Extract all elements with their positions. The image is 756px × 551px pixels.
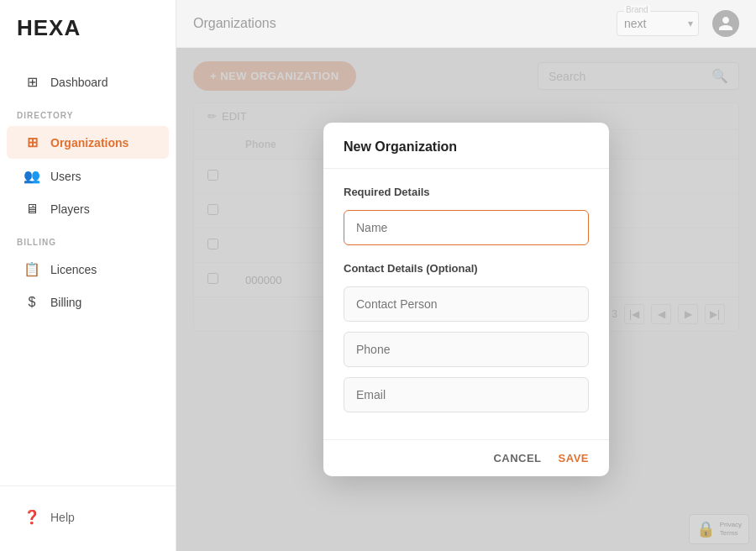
users-icon: 👥 (24, 168, 40, 184)
help-label: Help (50, 511, 75, 524)
sidebar-item-licences[interactable]: 📋 Licences (7, 253, 169, 286)
sidebar-bottom: ❓ Help (0, 485, 176, 551)
logo-area: HEXA (0, 0, 176, 56)
save-button[interactable]: SAVE (559, 452, 589, 464)
main-area: Organizations Brand next ▾ + NEW ORGANIZ… (176, 0, 756, 551)
modal-title: New Organization (344, 139, 457, 154)
sidebar-nav: ⊞ Dashboard DIRECTORY ⊞ Organizations 👥 … (0, 56, 176, 485)
content-area: + NEW ORGANIZATION 🔍 ✏ EDIT Phone Em (176, 48, 756, 551)
licences-icon: 📋 (24, 261, 40, 277)
name-input[interactable] (344, 210, 589, 245)
contact-section: Contact Details (Optional) (344, 262, 589, 422)
contact-person-input[interactable] (344, 286, 589, 322)
section-label-directory: DIRECTORY (0, 99, 176, 125)
phone-input[interactable] (344, 332, 589, 367)
sidebar-item-label: Users (50, 170, 81, 183)
sidebar-item-label: Licences (50, 263, 97, 276)
sidebar-item-dashboard[interactable]: ⊞ Dashboard (7, 66, 169, 98)
email-input[interactable] (344, 377, 589, 412)
sidebar-item-players[interactable]: 🖥 Players (7, 193, 169, 225)
avatar[interactable] (712, 10, 739, 37)
sidebar: HEXA ⊞ Dashboard DIRECTORY ⊞ Organizatio… (0, 0, 176, 551)
chevron-down-icon: ▾ (688, 18, 693, 29)
topbar-right: Brand next ▾ (617, 10, 739, 37)
cancel-button[interactable]: CANCEL (493, 452, 541, 464)
topbar: Organizations Brand next ▾ (176, 0, 756, 48)
billing-icon: $ (24, 295, 40, 310)
required-section-label: Required Details (344, 186, 589, 198)
sidebar-item-users[interactable]: 👥 Users (7, 160, 169, 192)
sidebar-item-label: Dashboard (50, 76, 108, 89)
sidebar-item-billing[interactable]: $ Billing (7, 286, 169, 318)
page-title: Organizations (193, 16, 276, 31)
brand-select-wrapper: Brand next ▾ (617, 11, 699, 36)
sidebar-item-label: Organizations (50, 136, 129, 150)
organizations-icon: ⊞ (24, 134, 40, 150)
modal-header: New Organization (323, 123, 609, 169)
sidebar-item-organizations[interactable]: ⊞ Organizations (7, 126, 169, 159)
optional-section-label: Contact Details (Optional) (344, 262, 589, 275)
new-organization-modal: New Organization Required Details Contac… (323, 123, 609, 476)
modal-overlay: New Organization Required Details Contac… (176, 48, 756, 551)
sidebar-item-label: Players (50, 202, 90, 216)
modal-body: Required Details Contact Details (Option… (323, 169, 609, 439)
modal-footer: CANCEL SAVE (323, 439, 609, 476)
help-icon: ❓ (24, 509, 40, 525)
brand-select[interactable]: next (624, 13, 691, 34)
sidebar-item-help[interactable]: ❓ Help (7, 501, 169, 533)
app-logo: HEXA (17, 15, 81, 40)
sidebar-item-label: Billing (50, 296, 81, 309)
dashboard-icon: ⊞ (24, 74, 40, 90)
section-label-billing: BILLING (0, 226, 176, 252)
brand-label: Brand (624, 5, 650, 14)
players-icon: 🖥 (24, 202, 40, 217)
